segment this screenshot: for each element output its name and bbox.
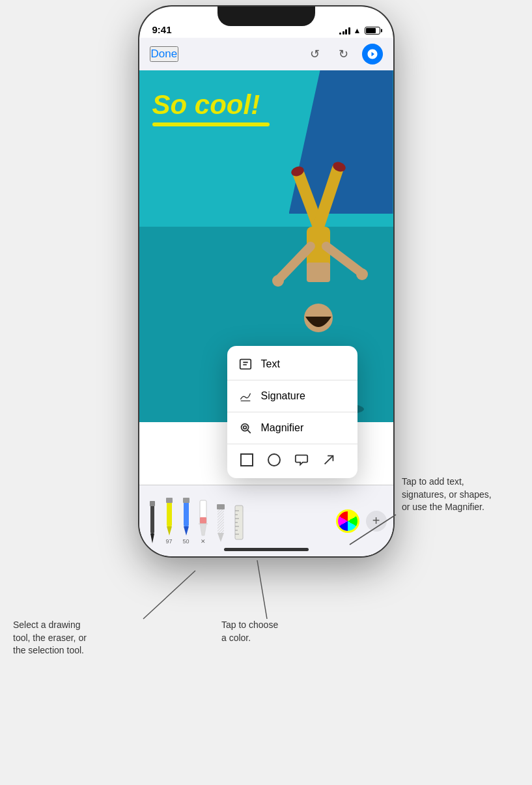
shape-square-button[interactable] [238, 451, 256, 469]
svg-rect-21 [150, 501, 155, 506]
popup-shapes-row [227, 444, 357, 476]
annotation-title: So cool! [152, 90, 270, 120]
shape-circle-icon [268, 453, 281, 466]
signal-bars-icon [339, 27, 350, 35]
redo-icon: ↻ [339, 47, 348, 61]
magnifier-item-label: Magnifier [261, 422, 304, 434]
done-button[interactable]: Done [150, 46, 179, 62]
markup-icon [367, 48, 378, 60]
svg-line-18 [324, 456, 333, 464]
phone-frame: 9:41 ▲ Done ↺ [139, 7, 393, 556]
eraser-tool[interactable]: ✕ [197, 499, 210, 545]
svg-marker-26 [184, 526, 189, 535]
right-callout: Tap to add text,signatures, or shapes,or… [402, 476, 519, 514]
popup-magnifier-item[interactable]: Magnifier [227, 412, 357, 444]
svg-marker-31 [200, 524, 206, 535]
undo-icon: ↺ [310, 47, 320, 61]
phone-screen: 9:41 ▲ Done ↺ [139, 7, 393, 556]
bottom-left-callout: Select a drawing tool, the eraser, or th… [13, 619, 130, 657]
bottom-left-line1: Select a drawing [13, 620, 81, 630]
highlighter-yellow-tool[interactable]: 97 [163, 498, 176, 545]
svg-point-17 [243, 426, 246, 429]
add-tool-icon: + [372, 513, 380, 528]
battery-fill [366, 28, 376, 33]
svg-line-7 [279, 246, 311, 279]
right-callout-text: Tap to add text,signatures, or shapes,or… [402, 476, 492, 512]
status-time: 9:41 [152, 24, 172, 35]
drawing-tools-group: 97 50 [146, 498, 332, 545]
battery-icon [365, 27, 380, 35]
text-item-icon [238, 356, 253, 372]
redo-button[interactable]: ↻ [333, 44, 354, 64]
signal-bar-2 [343, 31, 344, 35]
shape-arrow-button[interactable] [320, 451, 338, 469]
bottom-left-line2: tool, the eraser, or [13, 633, 87, 643]
highlighter-yellow-icon [163, 498, 176, 537]
svg-point-9 [272, 275, 284, 287]
shape-speech-icon [294, 453, 309, 467]
signature-item-icon [238, 388, 253, 404]
popup-text-item[interactable]: Text [227, 349, 357, 380]
pen-tool-icon [146, 501, 159, 543]
popup-signature-item[interactable]: Signature [227, 380, 357, 412]
signal-bar-1 [339, 33, 341, 35]
toolbar-actions: ↺ ↻ [305, 44, 383, 64]
svg-marker-20 [150, 534, 154, 543]
svg-rect-11 [307, 263, 330, 282]
shape-circle-button[interactable] [265, 451, 283, 469]
color-picker-button[interactable] [336, 509, 359, 533]
bottom-center-callout: Tap to choose a color. [221, 619, 326, 644]
svg-marker-34 [217, 533, 224, 542]
notch [217, 7, 315, 26]
shape-speech-button[interactable] [292, 451, 311, 469]
svg-rect-24 [166, 498, 173, 503]
highlighter-yellow-label: 97 [165, 538, 172, 545]
bottom-left-line3: the selection tool. [13, 645, 84, 655]
wifi-icon: ▲ [354, 26, 361, 35]
home-indicator [224, 548, 309, 551]
svg-rect-35 [217, 504, 225, 509]
ruler-tool[interactable] [232, 504, 246, 545]
svg-rect-22 [167, 499, 172, 526]
status-icons: ▲ [339, 26, 380, 35]
magnifier-item-icon [238, 420, 253, 436]
highlighter-blue-label: 50 [182, 538, 189, 545]
signal-bar-4 [348, 27, 350, 35]
svg-rect-33 [217, 506, 224, 533]
shape-square-icon [240, 453, 253, 466]
ruler-tool-icon [232, 504, 246, 543]
markup-button[interactable] [362, 44, 383, 64]
svg-rect-29 [200, 517, 206, 524]
svg-point-10 [356, 268, 368, 280]
text-annotation: So cool! [152, 90, 270, 126]
svg-rect-25 [184, 499, 189, 526]
svg-rect-19 [150, 502, 154, 534]
toolbar: Done ↺ ↻ [139, 38, 393, 70]
pen-tool[interactable] [146, 501, 159, 545]
svg-line-45 [143, 571, 195, 619]
highlighter-blue-tool[interactable]: 50 [180, 498, 193, 545]
undo-button[interactable]: ↺ [305, 44, 326, 64]
pencil-tool[interactable] [214, 504, 228, 545]
svg-line-46 [257, 560, 267, 619]
eraser-label: ✕ [201, 538, 206, 545]
svg-point-16 [241, 424, 248, 431]
text-item-label: Text [261, 358, 280, 370]
pencil-tool-icon [214, 504, 228, 543]
bottom-center-line1: Tap to choose [221, 620, 278, 630]
svg-marker-23 [167, 526, 172, 535]
popup-menu: Text Signature [227, 346, 357, 478]
drawing-toolbar: 97 50 [139, 485, 393, 556]
svg-rect-27 [183, 498, 189, 503]
signature-item-label: Signature [261, 390, 306, 402]
signal-bar-3 [345, 29, 347, 35]
svg-line-8 [326, 246, 361, 272]
bottom-center-line2: a color. [221, 633, 251, 643]
eraser-tool-icon [197, 499, 210, 537]
svg-line-2 [318, 168, 338, 227]
annotation-underline [152, 122, 270, 126]
add-tool-button[interactable]: + [366, 511, 387, 532]
shape-arrow-icon [322, 453, 336, 467]
highlighter-blue-icon [180, 498, 193, 537]
